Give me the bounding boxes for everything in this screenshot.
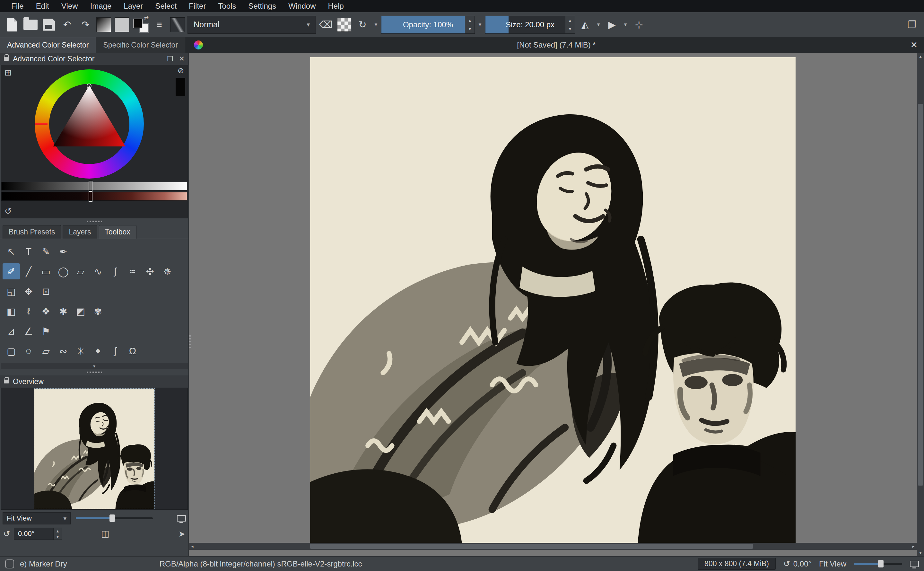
menu-tools[interactable]: Tools [212,1,242,12]
lock-icon[interactable] [4,380,9,383]
horizontal-scrollbar[interactable]: ◂ ▸ [189,543,917,550]
slider-handle[interactable] [109,514,115,522]
rotation-reset-icon[interactable]: ↺ [3,529,10,539]
foreground-color-swatch[interactable] [133,19,143,28]
choose-workspace-button[interactable]: ❐ [904,16,920,34]
lightness-strip[interactable] [1,182,187,190]
fullscreen-canvas-icon[interactable] [910,561,919,567]
menu-view[interactable]: View [55,1,84,12]
close-document-button[interactable]: ✕ [910,40,918,50]
transform-select-tool[interactable]: ↖ [3,244,20,259]
menu-settings[interactable]: Settings [242,1,282,12]
brush-preset-chooser-button[interactable] [169,16,186,34]
similar-select-tool[interactable]: ✳ [72,343,89,359]
drag-handle[interactable] [87,372,102,373]
move-tool[interactable]: ✥ [20,283,37,299]
lightness-marker[interactable] [89,181,92,191]
spin-down-icon[interactable]: ▾ [465,25,474,33]
brush-preset-icon[interactable] [5,559,14,568]
ellipse-tool[interactable]: ◯ [55,263,72,279]
swap-colors-icon[interactable]: ⇄ [144,15,149,22]
vscroll-track[interactable] [917,60,924,549]
menu-image[interactable]: Image [84,1,118,12]
gradient-chooser-button[interactable] [95,16,112,34]
contiguous-select-tool[interactable]: ✦ [89,343,106,359]
pin-icon[interactable]: ➤ [179,529,185,539]
color-marker[interactable] [87,83,91,88]
mirror-horizontal-button[interactable]: ◭ [577,16,593,34]
freehand-select-tool[interactable]: ∾ [55,343,72,359]
polygon-tool[interactable]: ▱ [72,263,89,279]
reload-dropdown-arrow[interactable]: ▾ [373,16,379,34]
save-document-button[interactable] [40,16,57,34]
hue-ring[interactable] [35,69,144,179]
mirror-view-icon[interactable]: ◫ [101,529,109,539]
menu-layer[interactable]: Layer [117,1,149,12]
open-document-button[interactable] [22,16,39,34]
crop-tool[interactable]: ⊡ [37,283,55,299]
zoom-slider[interactable] [854,563,902,565]
opacity-slider[interactable]: Opacity: 100% ▴ ▾ [381,16,475,34]
dock-splitter[interactable] [189,335,191,350]
tab-brush-presets[interactable]: Brush Presets [3,225,61,239]
freehand-path-tool[interactable]: ≈ [124,263,141,279]
ellipse-select-tool[interactable]: ◌ [20,343,37,359]
menu-help[interactable]: Help [322,1,350,12]
rotation-spin-arrows[interactable]: ▴ ▾ [53,528,62,540]
scroll-left-icon[interactable]: ◂ [189,543,196,550]
blending-mode-dropdown[interactable]: Normal ▾ [188,16,316,34]
hscroll-track[interactable] [196,543,910,550]
canvas[interactable] [310,57,796,543]
overview-zoom-mode-dropdown[interactable]: Fit View ▾ [3,512,71,525]
brush-size-slider[interactable]: Size: 20.00 px ▴ ▾ [485,16,575,34]
vertical-scrollbar[interactable]: ▴ ▾ [917,52,924,556]
eraser-mode-button[interactable]: ⌫ [317,16,334,34]
menu-edit[interactable]: Edit [30,1,55,12]
enclose-fill-tool[interactable]: ✾ [89,303,106,319]
drag-handle[interactable] [87,221,102,222]
smart-patch-tool[interactable]: ✱ [55,303,72,319]
measure-tool[interactable]: ∠ [20,323,37,339]
magnetic-select-tool[interactable]: Ω [124,343,141,359]
color-selector-settings-icon[interactable]: ⊞ [5,68,12,78]
no-color-icon[interactable]: ⊘ [177,66,184,75]
spin-up-icon[interactable]: ▴ [465,16,474,25]
overview-zoom-slider[interactable] [76,517,153,519]
menu-select[interactable]: Select [149,1,183,12]
mirror-vertical-button[interactable]: ▶ [604,16,620,34]
lock-icon[interactable] [4,57,9,61]
tab-layers[interactable]: Layers [63,225,97,239]
refresh-colors-icon[interactable]: ↺ [5,206,12,216]
wrap-around-mode-button[interactable]: ⊹ [631,16,647,34]
undo-button[interactable]: ↶ [59,16,75,34]
brush-editor-button[interactable]: ≡ [151,16,168,34]
transform-tool[interactable]: ◱ [3,283,20,299]
dynamic-brush-tool[interactable]: ✣ [141,263,159,279]
fg-bg-color-selector[interactable]: ⇄ [132,16,149,33]
fill-tool[interactable]: ◩ [72,303,89,319]
spin-up-icon[interactable]: ▴ [54,528,62,534]
assistants-tool[interactable]: ⊿ [3,323,20,339]
pattern-chooser-button[interactable] [114,16,130,34]
multibrush-tool[interactable]: ✵ [159,263,176,279]
vscroll-thumb[interactable] [918,104,923,486]
canvas-rotation-widget[interactable]: ↺ 0.00° [783,559,811,568]
size-spin-arrows[interactable]: ▴ ▾ [565,16,575,33]
reference-images-tool[interactable]: ⚑ [37,323,55,339]
tab-toolbox[interactable]: Toolbox [99,225,137,239]
edit-shapes-tool[interactable]: ✎ [37,244,55,259]
mirror-vertical-dropdown-arrow[interactable]: ▾ [622,16,629,34]
bezier-curve-tool[interactable]: ʃ [106,263,124,279]
hue-marker[interactable] [35,123,48,125]
color-history-marker[interactable] [89,191,92,202]
polyline-tool[interactable]: ∿ [89,263,106,279]
toolbox-collapse-bar[interactable]: ▾ [1,363,188,369]
spin-down-icon[interactable]: ▾ [54,534,62,540]
menu-filter[interactable]: Filter [183,1,212,12]
rotation-angle-input[interactable]: 0.00° ▴ ▾ [14,528,62,540]
menu-file[interactable]: File [5,1,30,12]
zoom-mode-label[interactable]: Fit View [819,559,846,568]
pattern-edit-tool[interactable]: ❖ [37,303,55,319]
monitor-icon[interactable] [177,515,186,522]
rectangle-tool[interactable]: ▭ [37,263,55,279]
